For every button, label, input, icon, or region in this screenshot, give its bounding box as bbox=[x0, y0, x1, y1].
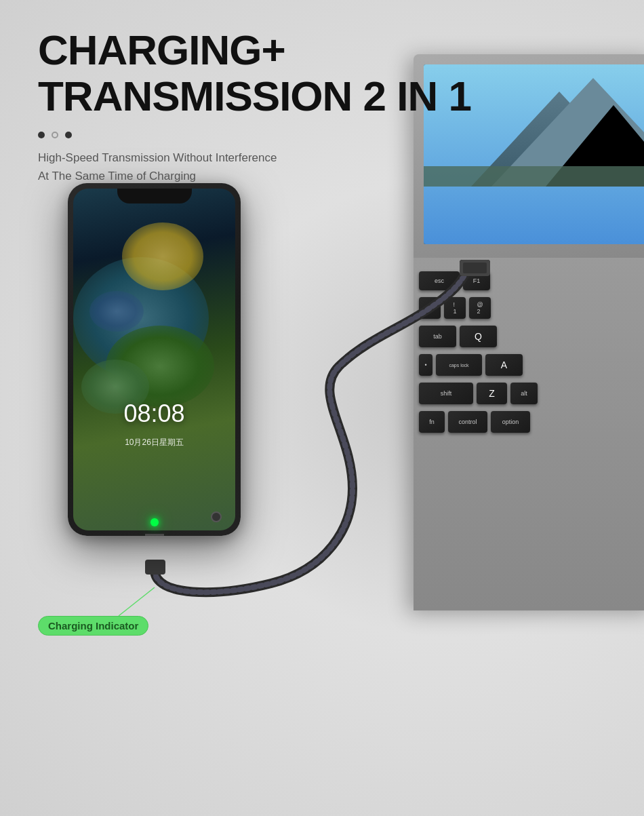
page-wrapper: CHARGING+ TRANSMISSION 2 IN 1 High-Speed… bbox=[0, 0, 644, 816]
key-tilde: ~` bbox=[419, 297, 441, 319]
key-shift: shift bbox=[419, 383, 473, 404]
key-caps-lock: caps lock bbox=[436, 354, 482, 376]
charging-led bbox=[150, 518, 159, 526]
key-2: @2 bbox=[469, 297, 491, 319]
phone-yellow-patch bbox=[122, 222, 203, 290]
keyboard-row-1: esc F1 bbox=[414, 268, 644, 294]
key-esc: esc bbox=[419, 271, 460, 290]
charging-indicator-badge: Charging Indicator bbox=[38, 616, 148, 636]
key-a: A bbox=[485, 354, 523, 376]
key-1: !1 bbox=[444, 297, 466, 319]
header-area: CHARGING+ TRANSMISSION 2 IN 1 High-Speed… bbox=[38, 27, 471, 185]
keyboard-row-3: tab Q bbox=[414, 322, 644, 351]
phone-time: 08:08 bbox=[123, 400, 184, 428]
keyboard-row-2: ~` !1 @2 bbox=[414, 294, 644, 322]
dot-3 bbox=[65, 132, 72, 138]
key-q: Q bbox=[460, 326, 497, 347]
key-indicator-dot: • bbox=[419, 354, 432, 376]
title-line2: TRANSMISSION 2 IN 1 bbox=[38, 73, 471, 119]
key-f1: F1 bbox=[463, 271, 490, 290]
phone-notch bbox=[117, 189, 192, 203]
key-fn: fn bbox=[419, 411, 445, 433]
charging-indicator-text: Charging Indicator bbox=[48, 620, 138, 632]
phone-screen-content: 08:08 10月26日星期五 bbox=[73, 189, 235, 530]
title-line1: CHARGING+ bbox=[38, 26, 285, 73]
subtitle: High-Speed Transmission Without Interfer… bbox=[38, 149, 471, 185]
phone-body: 08:08 10月26日星期五 bbox=[68, 183, 241, 536]
dots-row bbox=[38, 132, 471, 138]
keyboard-row-6: fn control option bbox=[414, 408, 644, 436]
phone-container: 08:08 10月26日星期五 bbox=[68, 183, 241, 549]
phone-camera bbox=[211, 511, 222, 522]
phone-blue-patch bbox=[89, 291, 144, 332]
keyboard-area: esc F1 ~` !1 @2 tab Q bbox=[414, 258, 644, 610]
subtitle-line1: High-Speed Transmission Without Interfer… bbox=[38, 151, 277, 164]
phone-screen: 08:08 10月26日星期五 bbox=[73, 189, 235, 530]
key-option: option bbox=[491, 411, 530, 433]
keyboard-row-4: • caps lock A bbox=[414, 351, 644, 379]
phone-date: 10月26日星期五 bbox=[125, 437, 184, 448]
key-tab: tab bbox=[419, 326, 456, 347]
key-control: control bbox=[448, 411, 487, 433]
subtitle-line2: At The Same Time of Charging bbox=[38, 170, 196, 182]
usb-connector-phone bbox=[145, 534, 164, 536]
main-title: CHARGING+ TRANSMISSION 2 IN 1 bbox=[38, 27, 471, 119]
key-alt: alt bbox=[510, 383, 538, 404]
keyboard-row-5: shift Z alt bbox=[414, 379, 644, 408]
dot-1 bbox=[38, 132, 45, 138]
key-z: Z bbox=[477, 383, 507, 404]
dot-2 bbox=[52, 132, 58, 138]
